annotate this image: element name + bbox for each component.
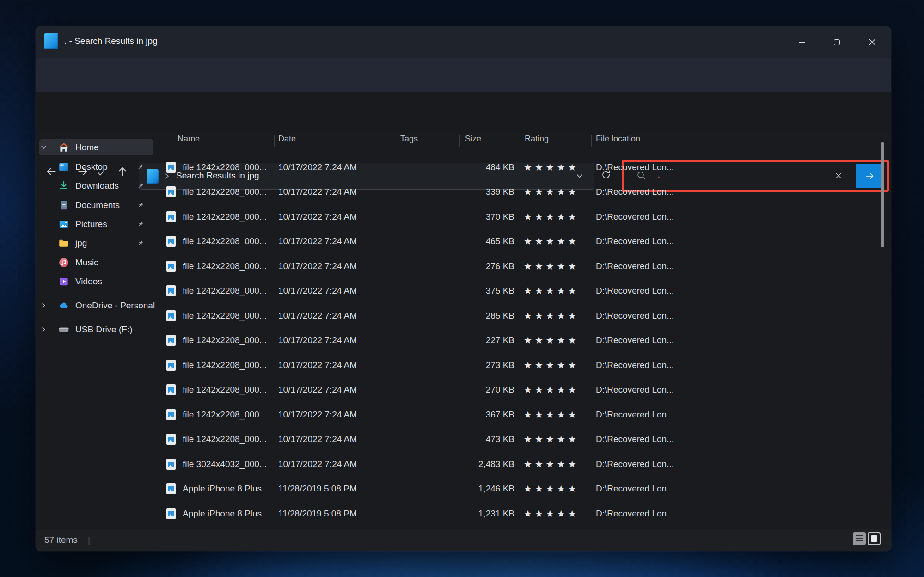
file-date: 11/28/2019 5:08 PM: [278, 484, 392, 494]
column-divider: [274, 135, 275, 147]
file-name: Apple iPhone 8 Plus...: [183, 509, 273, 519]
file-name: file 1242x2208_000...: [183, 187, 273, 197]
file-size: 339 KB: [460, 187, 514, 197]
file-row[interactable]: file 1242x2208_000... 10/17/2022 7:24 AM…: [36, 254, 891, 279]
file-row[interactable]: file 1242x2208_000... 10/17/2022 7:24 AM…: [36, 229, 891, 254]
image-file-icon: [166, 409, 176, 420]
image-file-icon: [166, 285, 176, 296]
file-name: file 1242x2208_000...: [183, 311, 273, 321]
file-row[interactable]: file 1242x2208_000... 10/17/2022 7:24 AM…: [36, 378, 891, 403]
minimize-icon: [799, 42, 805, 43]
file-rating: ★★★★★: [524, 236, 598, 247]
details-view-icon: [856, 535, 863, 542]
file-date: 10/17/2022 7:24 AM: [278, 236, 392, 246]
file-location: D:\Recovered Lon...: [596, 236, 688, 246]
file-name: file 1242x2208_000...: [183, 410, 273, 420]
file-location: D:\Recovered Lon...: [596, 484, 688, 494]
file-location: D:\Recovered Lon...: [596, 335, 688, 345]
file-rating: ★★★★★: [524, 310, 598, 321]
image-file-icon: [166, 384, 176, 395]
file-rating: ★★★★★: [524, 335, 598, 346]
file-size: 2,483 KB: [460, 459, 514, 469]
image-file-icon: [166, 434, 176, 445]
file-row[interactable]: file 1242x2208_000... 10/17/2022 7:24 AM…: [36, 427, 891, 452]
file-name: file 1242x2208_000...: [183, 261, 273, 271]
file-row[interactable]: Apple iPhone 8 Plus... 11/28/2019 5:08 P…: [36, 477, 891, 502]
column-header-name[interactable]: Name: [177, 134, 200, 144]
file-location: D:\Recovered Lon...: [596, 212, 688, 222]
file-icon: [44, 33, 58, 49]
file-date: 10/17/2022 7:24 AM: [278, 459, 392, 469]
column-divider: [395, 135, 395, 147]
file-date: 10/17/2022 7:24 AM: [278, 286, 392, 296]
image-file-icon: [166, 483, 176, 494]
file-size: 465 KB: [460, 236, 514, 246]
file-size: 1,246 KB: [460, 484, 514, 494]
maximize-button[interactable]: [823, 33, 850, 51]
maximize-icon: [834, 39, 840, 45]
file-size: 370 KB: [460, 212, 514, 222]
file-location: D:\Recovered Lon...: [596, 187, 688, 197]
column-divider: [591, 135, 592, 147]
image-file-icon: [166, 310, 176, 321]
file-row[interactable]: file 1242x2208_000... 10/17/2022 7:24 AM…: [36, 353, 891, 378]
thumbnail-view-button[interactable]: [868, 532, 881, 545]
vertical-scrollbar[interactable]: [881, 142, 884, 247]
file-size: 270 KB: [460, 385, 514, 395]
column-header-date[interactable]: Date: [278, 134, 296, 144]
column-header-tags[interactable]: Tags: [400, 134, 418, 144]
file-list: Name Date Tags Size Rating File location…: [36, 134, 891, 529]
file-row[interactable]: file 1242x2208_000... 10/17/2022 7:24 AM…: [36, 204, 891, 229]
file-row[interactable]: file 1242x2208_000... 10/17/2022 7:24 AM…: [36, 328, 891, 353]
file-rating: ★★★★★: [524, 261, 598, 272]
file-location: D:\Recovered Lon...: [596, 434, 688, 444]
item-count: 57 items: [44, 535, 78, 545]
column-header-size[interactable]: Size: [465, 134, 481, 144]
file-row[interactable]: file 1242x2208_000... 10/17/2022 7:24 AM…: [36, 279, 891, 304]
file-name: file 1242x2208_000...: [183, 212, 273, 222]
column-header-file-location[interactable]: File location: [596, 134, 640, 144]
file-name: file 1242x2208_000...: [183, 286, 273, 296]
file-row[interactable]: file 1242x2208_000... 10/17/2022 7:24 AM…: [36, 303, 891, 328]
image-file-icon: [166, 335, 176, 346]
file-date: 10/17/2022 7:24 AM: [278, 162, 392, 172]
file-name: file 1242x2208_000...: [183, 434, 273, 444]
file-date: 10/17/2022 7:24 AM: [278, 311, 392, 321]
file-size: 473 KB: [460, 434, 514, 444]
file-date: 10/17/2022 7:24 AM: [278, 385, 392, 395]
navigation-bar: Search Results in jpg .: [36, 92, 891, 134]
file-date: 10/17/2022 7:24 AM: [278, 212, 392, 222]
file-row[interactable]: file 1242x2208_000... 10/17/2022 7:24 AM…: [36, 402, 891, 427]
close-button[interactable]: [859, 33, 886, 51]
file-date: 10/17/2022 7:24 AM: [278, 261, 392, 271]
file-date: 10/17/2022 7:24 AM: [278, 360, 392, 370]
image-file-icon: [166, 508, 176, 519]
file-row[interactable]: file 1242x2208_000... 10/17/2022 7:24 AM…: [36, 155, 891, 180]
file-date: 10/17/2022 7:24 AM: [278, 335, 392, 345]
image-file-icon: [166, 360, 176, 371]
file-row[interactable]: file 3024x4032_000... 10/17/2022 7:24 AM…: [36, 452, 891, 477]
file-location: D:\Recovered Lon...: [596, 459, 688, 469]
file-rating: ★★★★★: [524, 384, 598, 395]
column-header-rating[interactable]: Rating: [525, 134, 549, 144]
file-location: D:\Recovered Lon...: [596, 360, 688, 370]
file-date: 10/17/2022 7:24 AM: [278, 410, 392, 420]
minimize-button[interactable]: [789, 33, 815, 51]
column-divider: [459, 135, 460, 147]
file-rating: ★★★★★: [524, 459, 598, 470]
file-rating: ★★★★★: [524, 409, 598, 420]
file-row[interactable]: Apple iPhone 8 Plus... 11/28/2019 5:08 P…: [36, 501, 891, 526]
image-file-icon: [166, 236, 176, 247]
file-size: 276 KB: [460, 261, 514, 271]
file-rows: file 1242x2208_000... 10/17/2022 7:24 AM…: [36, 155, 891, 526]
details-view-button[interactable]: [853, 532, 866, 545]
file-size: 227 KB: [460, 335, 514, 345]
file-location: D:\Recovered Lon...: [596, 410, 688, 420]
file-rating: ★★★★★: [524, 285, 598, 296]
file-rating: ★★★★★: [524, 483, 598, 494]
file-row[interactable]: file 1242x2208_000... 10/17/2022 7:24 AM…: [36, 180, 891, 205]
file-size: 273 KB: [460, 360, 514, 370]
file-size: 1,231 KB: [460, 509, 514, 519]
file-name: file 1242x2208_000...: [183, 335, 273, 345]
file-date: 10/17/2022 7:24 AM: [278, 187, 392, 197]
